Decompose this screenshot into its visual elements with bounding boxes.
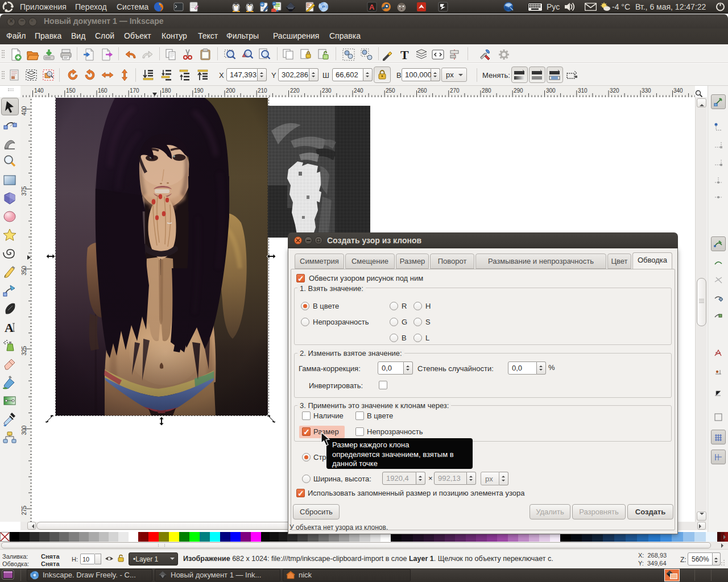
svg-text:250: 250 <box>386 88 395 94</box>
svg-text:240: 240 <box>354 88 363 94</box>
svg-text:330: 330 <box>642 88 651 94</box>
svg-text:310: 310 <box>578 88 588 94</box>
svg-text:210: 210 <box>258 88 267 94</box>
svg-text:275: 275 <box>21 505 27 515</box>
svg-text:160: 160 <box>98 88 107 94</box>
svg-text:T: T <box>400 48 409 61</box>
svg-text:290: 290 <box>514 88 523 94</box>
svg-text:280: 280 <box>482 88 491 94</box>
svg-text:140: 140 <box>34 88 44 94</box>
svg-text:150: 150 <box>66 88 76 94</box>
svg-text:180: 180 <box>162 88 171 94</box>
svg-text:A: A <box>369 3 375 11</box>
svg-text:A: A <box>5 321 14 335</box>
svg-text:230: 230 <box>322 88 332 94</box>
svg-text:300: 300 <box>21 425 27 435</box>
svg-text:200: 200 <box>226 88 235 94</box>
svg-text:270: 270 <box>450 88 460 94</box>
svg-text:220: 220 <box>290 88 300 94</box>
svg-text:340: 340 <box>673 88 683 94</box>
svg-text:260: 260 <box>417 88 427 94</box>
svg-text:325: 325 <box>21 346 27 355</box>
svg-text:190: 190 <box>194 88 204 94</box>
svg-text:170: 170 <box>130 88 139 94</box>
svg-text:320: 320 <box>610 88 619 94</box>
svg-text:300: 300 <box>546 88 556 94</box>
svg-text:+: + <box>717 390 719 396</box>
svg-text:375: 375 <box>21 186 27 196</box>
svg-text:350: 350 <box>21 265 27 275</box>
svg-text:400: 400 <box>21 106 27 115</box>
